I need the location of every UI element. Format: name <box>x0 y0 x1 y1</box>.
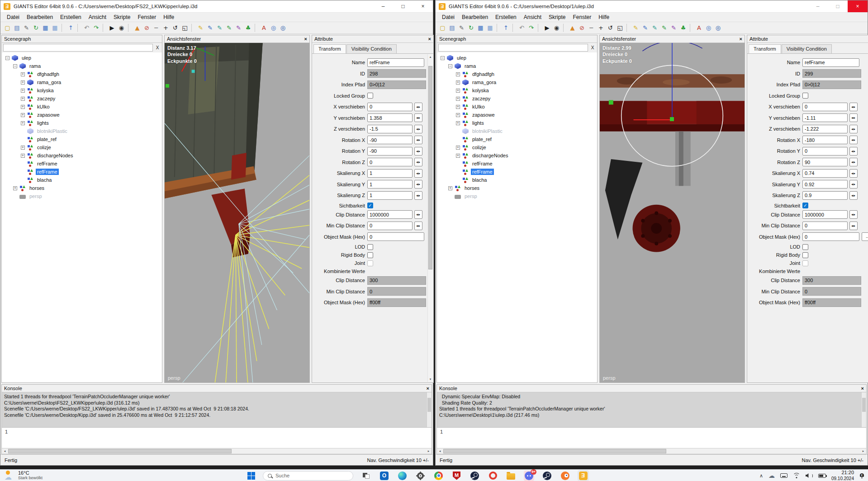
folder-icon[interactable] <box>506 471 516 481</box>
paint-tool-green-icon[interactable]: ✎ <box>224 23 234 33</box>
search-box[interactable]: Suche <box>263 471 353 481</box>
x-verschieben-spinner[interactable]: ◂▸ <box>414 103 422 111</box>
play-icon[interactable]: ▶ <box>107 23 117 33</box>
clip-distance-field[interactable]: 1000000 <box>367 210 413 219</box>
edit-file-icon[interactable]: ✎ <box>22 23 31 33</box>
tree-item-ulep[interactable]: −ulep <box>437 54 597 62</box>
lod-checkbox[interactable] <box>802 244 808 250</box>
min-clip-distance-field[interactable]: 0 <box>367 222 413 230</box>
wifi-icon[interactable] <box>793 473 800 478</box>
expand-icon[interactable]: + <box>21 72 25 76</box>
x-verschieben-field[interactable]: 0 <box>367 103 413 111</box>
skalierung-x-spinner[interactable]: ◂▸ <box>414 169 422 178</box>
menu-ansicht[interactable]: Ansicht <box>85 13 110 21</box>
discord-icon[interactable]: 9+ <box>524 471 534 481</box>
rotation-z-spinner[interactable]: ◂▸ <box>414 158 422 166</box>
expand-icon[interactable]: + <box>21 121 25 125</box>
subtract-icon[interactable]: − <box>152 23 161 33</box>
paint-tool-yellow-icon[interactable]: ✎ <box>196 23 205 33</box>
z-verschieben-spinner[interactable]: ◂▸ <box>414 125 422 133</box>
z-verschieben-spinner[interactable]: ◂▸ <box>849 125 858 133</box>
reload-icon[interactable]: ↻ <box>466 23 476 33</box>
console-close-icon[interactable]: × <box>427 386 429 391</box>
console-horizontal-scrollbar[interactable]: ◂▸ <box>437 448 866 454</box>
tree-item-dischargenodes[interactable]: +dischargeNodes <box>437 151 597 160</box>
tree-item-lights[interactable]: +lights <box>2 119 162 127</box>
min-clip-distance-spinner[interactable]: ◂▸ <box>414 222 422 230</box>
tree-item-kolyska[interactable]: +kolyska <box>2 86 162 94</box>
tree-item-kolyska[interactable]: +kolyska <box>437 86 597 94</box>
scenegraph-filter-clear-button[interactable]: X <box>589 45 596 50</box>
collapse-icon[interactable]: − <box>5 56 9 60</box>
start-button[interactable] <box>247 472 255 480</box>
tree-item-refframe[interactable]: refFrame <box>437 168 597 176</box>
tree-item-blotnikiplastic[interactable]: blotnikiPlastic <box>437 127 597 135</box>
eye-icon[interactable]: ◉ <box>552 23 561 33</box>
expand-icon[interactable]: + <box>456 113 460 117</box>
outlook-icon[interactable]: O <box>379 471 389 481</box>
open-file-icon[interactable]: ▤ <box>447 23 457 33</box>
scroll-left-icon[interactable]: ◂ <box>2 448 8 454</box>
menu-ansicht[interactable]: Ansicht <box>520 13 545 21</box>
tray-chevron-up-icon[interactable]: ∧ <box>759 473 763 479</box>
console-hscroll-thumb[interactable] <box>8 449 232 453</box>
console-vertical-scrollbar[interactable] <box>427 392 432 427</box>
joint-checkbox[interactable] <box>367 260 373 266</box>
y-verschieben-field[interactable]: 1.358 <box>367 113 413 122</box>
minimize-button[interactable]: – <box>808 0 828 12</box>
expand-icon[interactable]: + <box>456 72 460 76</box>
scenegraph-filter-input[interactable] <box>3 44 153 52</box>
scenegraph-filter-clear-button[interactable]: X <box>154 45 161 50</box>
paint-tool-teal-icon[interactable]: ✎ <box>215 23 224 33</box>
tree-item-blacha[interactable]: blacha <box>2 176 162 184</box>
tree-item-colizje[interactable]: +colizje <box>2 143 162 151</box>
paint-tool-teal-icon[interactable]: ✎ <box>650 23 659 33</box>
console-script-input[interactable]: 1 <box>437 427 866 448</box>
reload-icon[interactable]: ↻ <box>31 23 41 33</box>
menu-skripte[interactable]: Skripte <box>110 13 134 21</box>
envmap-settings-icon[interactable]: ◎ <box>278 23 288 33</box>
envmap-icon[interactable]: ◎ <box>269 23 278 33</box>
save-as-icon[interactable]: ▦ <box>485 23 495 33</box>
expand-icon[interactable]: + <box>456 97 460 101</box>
tree-item-zaczepy[interactable]: +zaczepy <box>437 94 597 103</box>
tree-item-zapasowe[interactable]: +zapasowe <box>2 111 162 119</box>
skalierung-z-spinner[interactable]: ◂▸ <box>849 191 858 200</box>
steam-icon-2[interactable] <box>542 471 552 481</box>
tree-item-rama-gora[interactable]: +rama_gora <box>2 78 162 86</box>
touch-keyboard-icon[interactable] <box>780 473 787 478</box>
menu-fenster[interactable]: Fenster <box>569 13 595 21</box>
close-button[interactable]: × <box>848 0 868 12</box>
notification-bell-icon[interactable]: z <box>859 473 864 478</box>
paint-tool-blue-icon[interactable]: ✎ <box>640 23 650 33</box>
undo-icon[interactable]: ↶ <box>517 23 526 33</box>
clock[interactable]: 21:2009.10.2024 <box>831 470 854 481</box>
paint-tool-yellow-icon[interactable]: ✎ <box>631 23 640 33</box>
rotation-z-field[interactable]: 90 <box>802 158 848 166</box>
save-as-icon[interactable]: ▦ <box>50 23 60 33</box>
no-collision-icon[interactable]: ⊘ <box>142 23 152 33</box>
chrome-icon[interactable] <box>433 471 444 481</box>
rotation-x-spinner[interactable]: ◂▸ <box>414 136 422 144</box>
expand-icon[interactable]: + <box>448 186 452 190</box>
menu-erstellen[interactable]: Erstellen <box>57 13 85 21</box>
tree-item-blotnikiplastic[interactable]: blotnikiPlastic <box>2 127 162 135</box>
min-clip-distance-spinner[interactable]: ◂▸ <box>849 222 858 230</box>
expand-icon[interactable]: + <box>13 186 17 190</box>
expand-icon[interactable]: + <box>456 89 460 93</box>
volume-icon[interactable] <box>806 473 813 478</box>
locked-group-checkbox[interactable] <box>367 93 373 99</box>
onedrive-icon[interactable]: ☁ <box>768 472 775 479</box>
expand-icon[interactable]: + <box>456 105 460 109</box>
attribute-scroll-thumb[interactable] <box>428 66 432 269</box>
save-icon[interactable]: ▦ <box>476 23 485 33</box>
import-icon[interactable]: ↑ <box>501 23 511 33</box>
terrain-icon[interactable]: ▲ <box>133 23 142 33</box>
tree-item-dfghadfgh[interactable]: +dfghadfgh <box>437 70 597 78</box>
translate-ab-icon[interactable]: A <box>259 23 269 33</box>
tree-item-dfghadfgh[interactable]: +dfghadfgh <box>2 70 162 78</box>
tree-item-refframe[interactable]: refFrame <box>2 160 162 168</box>
expand-icon[interactable]: + <box>456 154 460 158</box>
paint-tool-purple-icon[interactable]: ✎ <box>234 23 243 33</box>
skalierung-z-field[interactable]: 1 <box>367 191 413 200</box>
